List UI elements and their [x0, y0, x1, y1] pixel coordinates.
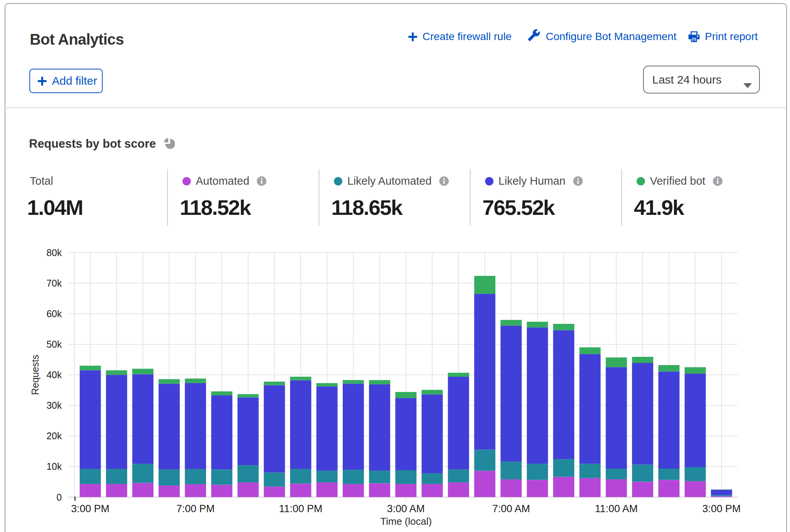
svg-text:3:00 PM: 3:00 PM	[71, 503, 110, 514]
svg-text:70k: 70k	[47, 278, 62, 289]
svg-text:11:00 AM: 11:00 AM	[595, 503, 638, 514]
svg-text:50k: 50k	[47, 339, 62, 350]
svg-text:40k: 40k	[47, 369, 62, 380]
svg-text:60k: 60k	[47, 308, 62, 319]
svg-text:3:00 PM: 3:00 PM	[702, 503, 741, 514]
svg-text:Time (local): Time (local)	[380, 516, 432, 527]
svg-text:Requests: Requests	[30, 355, 40, 395]
svg-text:0: 0	[56, 492, 62, 503]
svg-text:3:00 AM: 3:00 AM	[387, 503, 425, 514]
svg-text:80k: 80k	[47, 247, 62, 258]
svg-text:30k: 30k	[47, 400, 62, 411]
svg-text:7:00 PM: 7:00 PM	[176, 503, 215, 514]
svg-text:10k: 10k	[47, 461, 62, 472]
svg-text:11:00 PM: 11:00 PM	[279, 503, 322, 514]
svg-text:7:00 AM: 7:00 AM	[492, 503, 530, 514]
svg-text:20k: 20k	[47, 430, 62, 441]
